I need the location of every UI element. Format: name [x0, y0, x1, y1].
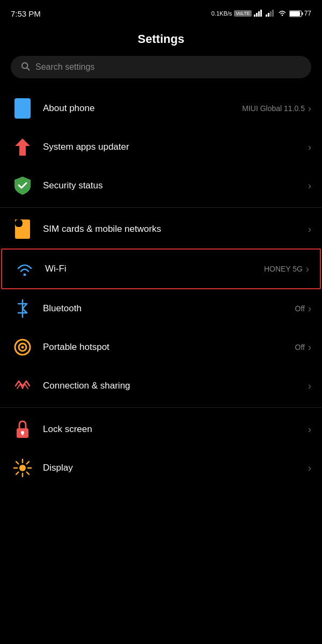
wifi-right: HONEY 5G › — [264, 264, 309, 275]
svg-rect-1 — [256, 13, 258, 17]
status-bar: 7:53 PM 0.1KB/s VoLTE — [0, 0, 322, 24]
wifi-status-icon — [277, 9, 287, 18]
about-phone-right: MIUI Global 11.0.5 › — [242, 103, 311, 114]
svg-line-35 — [27, 472, 29, 474]
wifi-value: HONEY 5G — [264, 265, 303, 273]
bluetooth-value: Off — [295, 304, 305, 313]
divider-1 — [0, 207, 322, 208]
bluetooth-right: Off › — [295, 303, 311, 314]
search-bar[interactable]: Search settings — [11, 56, 311, 78]
svg-line-36 — [27, 462, 29, 464]
lock-screen-content: Lock screen › — [43, 424, 311, 435]
settings-item-bluetooth[interactable]: Bluetooth Off › — [0, 289, 322, 328]
signal2-icon — [266, 9, 275, 18]
svg-rect-10 — [302, 12, 303, 15]
wifi-label: Wi-Fi — [45, 264, 67, 274]
settings-item-security-status[interactable]: Security status › — [0, 166, 322, 205]
sim-content: SIM cards & mobile networks › — [43, 224, 311, 235]
settings-item-display[interactable]: Display › — [0, 449, 322, 487]
wifi-content: Wi-Fi HONEY 5G › — [45, 264, 309, 275]
lock-screen-label: Lock screen — [43, 424, 92, 435]
svg-point-8 — [281, 14, 283, 16]
hotspot-right: Off › — [295, 342, 311, 353]
system-apps-right: › — [308, 142, 311, 153]
sim-right: › — [308, 224, 311, 235]
security-status-content: Security status › — [43, 180, 311, 192]
about-phone-chevron: › — [308, 103, 311, 114]
svg-line-34 — [16, 462, 18, 464]
security-status-right: › — [308, 180, 311, 192]
lock-screen-chevron: › — [308, 424, 311, 435]
svg-line-13 — [27, 68, 29, 70]
settings-item-connection[interactable]: Connection & sharing › — [0, 367, 322, 405]
svg-rect-4 — [266, 14, 267, 17]
system-apps-label: System apps updater — [43, 142, 129, 152]
signal-icon — [254, 9, 264, 18]
svg-point-20 — [24, 274, 26, 276]
sim-icon — [11, 217, 34, 241]
settings-list: About phone MIUI Global 11.0.5 › System … — [0, 89, 322, 487]
connection-right: › — [308, 380, 311, 392]
svg-rect-0 — [254, 14, 255, 17]
about-phone-value: MIUI Global 11.0.5 — [242, 104, 305, 113]
system-apps-content: System apps updater › — [43, 142, 311, 153]
bluetooth-content: Bluetooth Off › — [43, 303, 311, 314]
connection-content: Connection & sharing › — [43, 380, 311, 392]
settings-item-hotspot[interactable]: Portable hotspot Off › — [0, 328, 322, 367]
page-title: Settings — [0, 24, 322, 56]
system-apps-icon — [11, 135, 34, 159]
svg-rect-11 — [290, 11, 300, 16]
bluetooth-label: Bluetooth — [43, 303, 82, 314]
settings-item-about-phone[interactable]: About phone MIUI Global 11.0.5 › — [0, 89, 322, 128]
about-phone-label: About phone — [43, 103, 94, 114]
security-status-label: Security status — [43, 180, 103, 191]
network-speed: 0.1KB/s — [211, 10, 232, 17]
about-phone-content: About phone MIUI Global 11.0.5 › — [43, 103, 311, 114]
wifi-icon — [13, 257, 36, 281]
divider-2 — [0, 407, 322, 408]
svg-rect-19 — [15, 219, 23, 227]
system-apps-chevron: › — [308, 142, 311, 153]
connection-icon — [11, 374, 34, 398]
volte-icon: VoLTE — [234, 10, 251, 17]
security-status-chevron: › — [308, 180, 311, 192]
settings-item-system-apps[interactable]: System apps updater › — [0, 128, 322, 166]
svg-rect-28 — [22, 433, 24, 435]
status-time: 7:53 PM — [11, 9, 41, 18]
svg-line-37 — [16, 472, 18, 474]
display-content: Display › — [43, 463, 311, 474]
lock-screen-right: › — [308, 424, 311, 435]
wifi-chevron: › — [306, 264, 309, 275]
settings-item-lock-screen[interactable]: Lock screen › — [0, 410, 322, 449]
hotspot-label: Portable hotspot — [43, 342, 109, 353]
about-phone-icon — [11, 97, 34, 120]
bluetooth-icon — [11, 297, 34, 320]
display-chevron: › — [308, 463, 311, 474]
status-icons: 0.1KB/s VoLTE — [211, 9, 311, 18]
settings-item-wifi[interactable]: Wi-Fi HONEY 5G › — [1, 248, 321, 289]
svg-point-25 — [21, 346, 24, 349]
svg-rect-2 — [258, 11, 260, 17]
svg-rect-5 — [268, 13, 269, 17]
connection-chevron: › — [308, 380, 311, 392]
sim-chevron: › — [308, 224, 311, 235]
svg-rect-6 — [270, 11, 272, 17]
sim-label: SIM cards & mobile networks — [43, 224, 161, 235]
hotspot-content: Portable hotspot Off › — [43, 342, 311, 353]
settings-item-sim[interactable]: SIM cards & mobile networks › — [0, 210, 322, 248]
hotspot-icon — [11, 335, 34, 359]
svg-rect-7 — [272, 10, 274, 17]
svg-point-29 — [19, 465, 26, 471]
svg-rect-3 — [260, 10, 262, 17]
search-icon — [20, 61, 30, 73]
display-icon — [11, 456, 34, 480]
bluetooth-chevron: › — [308, 303, 311, 314]
battery-percent: 77 — [304, 10, 311, 17]
lock-screen-icon — [11, 418, 34, 441]
display-label: Display — [43, 463, 73, 473]
battery-icon: 77 — [289, 10, 311, 17]
svg-marker-16 — [15, 138, 30, 156]
svg-rect-15 — [16, 99, 30, 118]
security-status-icon — [11, 174, 34, 197]
hotspot-chevron: › — [308, 342, 311, 353]
